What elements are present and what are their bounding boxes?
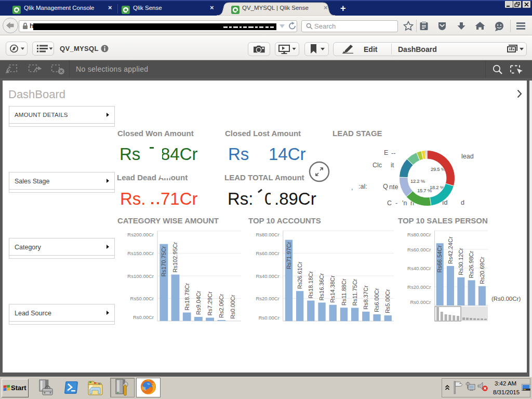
svg-text:Rs40.00Cr: Rs40.00Cr	[256, 273, 279, 279]
svg-text:Rs2.06Cr: Rs2.06Cr	[218, 294, 224, 318]
svg-text:Rs6.00Cr: Rs6.00Cr	[374, 288, 380, 312]
svg-text:Rs26.98Cr: Rs26.98Cr	[468, 250, 474, 278]
svg-text:Rs5.00Cr: Rs5.00Cr	[385, 289, 391, 313]
svg-text:Rs16.36Cr: Rs16.36Cr	[318, 273, 325, 300]
svg-text:Rs102.95Cr: Rs102.95Cr	[172, 242, 178, 272]
svg-text:Rs20.00Cr: Rs20.00Cr	[256, 296, 279, 301]
svg-text:Rs26.61Cr: Rs26.61Cr	[297, 261, 303, 289]
svg-text:Rs80.00Cr: Rs80.00Cr	[256, 232, 279, 237]
svg-text:Rs66.54Cr: Rs66.54Cr	[437, 245, 443, 273]
svg-text:Rs42.24Cr: Rs42.24Cr	[447, 236, 454, 264]
svg-text:Rs200.00Cr: Rs200.00Cr	[127, 232, 154, 237]
svg-text:Rs60.00Cr: Rs60.00Cr	[256, 250, 279, 256]
svg-text:Rs0.00Cr: Rs0.00Cr	[230, 295, 236, 319]
svg-text:Rs0.00Cr: Rs0.00Cr	[410, 299, 431, 305]
svg-text:Rs11.88Cr: Rs11.88Cr	[341, 278, 347, 305]
svg-text:Rs18.78Cr: Rs18.78Cr	[184, 283, 190, 311]
svg-text:Rs40.00Cr: Rs40.00Cr	[407, 265, 431, 271]
svg-text:Rs20.69Cr: Rs20.69Cr	[479, 257, 485, 284]
svg-text:Rs50.00Cr: Rs50.00Cr	[130, 296, 154, 301]
svg-text:Rs100.00Cr: Rs100.00Cr	[127, 273, 154, 279]
svg-text:Rs11.75Cr: Rs11.75Cr	[352, 278, 358, 305]
svg-text:Rs170.75Cr: Rs170.75Cr	[161, 246, 167, 276]
svg-text:Rs150.00Cr: Rs150.00Cr	[127, 250, 154, 256]
svg-text:Rs8.37Cr: Rs8.37Cr	[363, 285, 369, 310]
svg-text:Rs20.00Cr: Rs20.00Cr	[407, 284, 431, 290]
svg-text:Rs0.00Cr: Rs0.00Cr	[133, 314, 154, 320]
svg-text:Rs30.12Cr: Rs30.12Cr	[458, 248, 464, 275]
svg-text:Rs71.97Cr: Rs71.97Cr	[286, 242, 292, 269]
svg-text:Rs60.00Cr: Rs60.00Cr	[407, 247, 431, 252]
svg-text:Rs80.00Cr: Rs80.00Cr	[407, 232, 431, 237]
svg-text:Rs9.04Cr: Rs9.04Cr	[195, 290, 202, 315]
svg-text:Rs18.18Cr: Rs18.18Cr	[308, 271, 314, 299]
svg-text:Rs0.00Cr: Rs0.00Cr	[259, 315, 280, 321]
svg-text:Rs7.29Cr: Rs7.29Cr	[207, 291, 213, 316]
svg-text:Rs14.38Cr: Rs14.38Cr	[330, 275, 336, 303]
